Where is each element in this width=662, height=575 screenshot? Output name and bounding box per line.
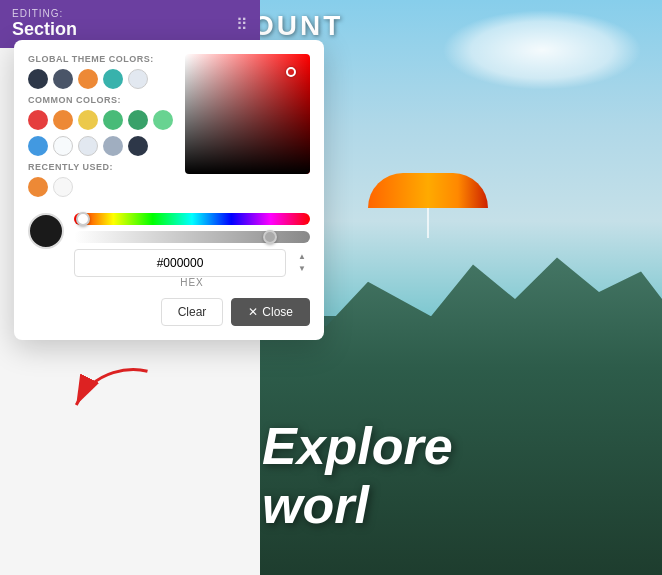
explore-text: Explore: [262, 418, 453, 475]
clouds: [442, 10, 642, 90]
editing-title: Section: [12, 19, 77, 40]
hex-step-up[interactable]: ▲: [294, 251, 310, 263]
global-theme-swatches: [28, 69, 173, 89]
color-picker-top: GLOBAL THEME COLORS: COMMON COLORS:: [28, 54, 310, 203]
hex-input[interactable]: [74, 249, 286, 277]
swatch-medium-gray[interactable]: [103, 136, 123, 156]
editing-label: EDITING:: [12, 8, 77, 19]
swatch-light2[interactable]: [78, 136, 98, 156]
paraglider-wing: [368, 173, 488, 208]
swatch-light-green[interactable]: [153, 110, 173, 130]
swatch-red[interactable]: [28, 110, 48, 130]
hue-slider[interactable]: [74, 213, 310, 225]
swatch-dark-navy[interactable]: [28, 69, 48, 89]
ount-text: OUNT: [252, 10, 343, 42]
swatch-yellow[interactable]: [78, 110, 98, 130]
swatch-recent-white[interactable]: [53, 177, 73, 197]
hue-slider-wrapper: ▲ ▼ HEX: [74, 213, 310, 288]
swatch-green[interactable]: [103, 110, 123, 130]
hue-thumb: [76, 212, 90, 226]
common-swatches-row2: [28, 136, 173, 156]
close-x-icon: ✕: [248, 305, 258, 319]
common-swatches-row1: [28, 110, 173, 130]
clear-button[interactable]: Clear: [161, 298, 224, 326]
swatch-white[interactable]: [53, 136, 73, 156]
hex-step-down[interactable]: ▼: [294, 263, 310, 275]
hex-steppers: ▲ ▼: [294, 251, 310, 275]
swatch-recent-orange[interactable]: [28, 177, 48, 197]
swatch-dark2[interactable]: [128, 136, 148, 156]
gradient-color-picker[interactable]: [185, 54, 310, 174]
hex-label: HEX: [74, 277, 310, 288]
swatch-dark-gray[interactable]: [53, 69, 73, 89]
swatch-dark-green[interactable]: [128, 110, 148, 130]
opacity-thumb: [263, 230, 277, 244]
swatch-orange2[interactable]: [53, 110, 73, 130]
color-picker-popup: GLOBAL THEME COLORS: COMMON COLORS:: [14, 40, 324, 340]
recently-used-label: RECENTLY USED:: [28, 162, 173, 172]
swatch-teal[interactable]: [103, 69, 123, 89]
sidebar-header-left: EDITING: Section: [12, 8, 77, 40]
opacity-slider[interactable]: [74, 231, 310, 243]
close-label: Close: [262, 305, 293, 319]
color-swatches-area: GLOBAL THEME COLORS: COMMON COLORS:: [28, 54, 173, 203]
paraglider-lines: [427, 208, 429, 238]
selected-color-preview: [28, 213, 64, 249]
recently-used-swatches: [28, 177, 173, 197]
picker-actions: Clear ✕ Close: [28, 298, 310, 326]
close-button[interactable]: ✕ Close: [231, 298, 310, 326]
circle-preview-area: [28, 213, 64, 249]
global-theme-label: GLOBAL THEME COLORS:: [28, 54, 173, 64]
paraglider: [368, 173, 488, 253]
gradient-cursor: [286, 67, 296, 77]
color-picker-bottom: ▲ ▼ HEX: [28, 213, 310, 288]
world-text: worl: [262, 475, 369, 535]
hex-input-row: ▲ ▼: [74, 249, 310, 277]
common-colors-label: COMMON COLORS:: [28, 95, 173, 105]
drag-handle-icon[interactable]: ⠿: [236, 15, 248, 34]
swatch-blue[interactable]: [28, 136, 48, 156]
swatch-orange[interactable]: [78, 69, 98, 89]
swatch-light-gray[interactable]: [128, 69, 148, 89]
